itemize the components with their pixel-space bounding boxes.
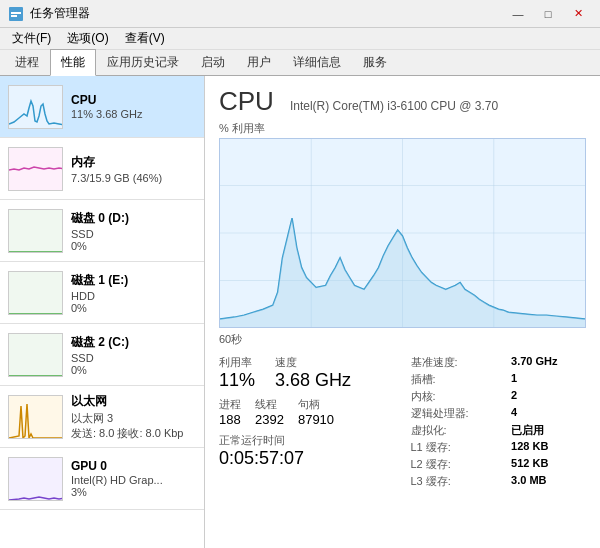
sidebar-item-disk1[interactable]: 磁盘 1 (E:) HDD 0%: [0, 262, 204, 324]
processes-block: 进程 188: [219, 397, 241, 427]
memory-mini-chart: [8, 147, 63, 191]
memory-sidebar-value: 7.3/15.9 GB (46%): [71, 172, 196, 184]
cpu-sidebar-title: CPU: [71, 93, 196, 107]
menu-file[interactable]: 文件(F): [4, 28, 59, 49]
detail-title: CPU: [219, 86, 274, 117]
sockets-label: 插槽:: [411, 372, 498, 387]
tab-startup[interactable]: 启动: [190, 49, 236, 75]
cpu-chart: [219, 138, 586, 328]
logical-label: 逻辑处理器:: [411, 406, 498, 421]
svg-rect-5: [9, 210, 63, 253]
detail-subtitle: Intel(R) Core(TM) i3-6100 CPU @ 3.70: [290, 99, 498, 113]
disk1-sidebar-value: 0%: [71, 302, 196, 314]
menu-bar: 文件(F) 选项(O) 查看(V): [0, 28, 600, 50]
utilization-block: 利用率 11%: [219, 355, 255, 391]
svg-rect-1: [11, 12, 21, 14]
right-stats-grid: 基准速度: 3.70 GHz 插槽: 1 内核: 2 逻辑处理器: 4 虚拟化:…: [411, 355, 587, 489]
tab-bar: 进程 性能 应用历史记录 启动 用户 详细信息 服务: [0, 50, 600, 76]
cores-label: 内核:: [411, 389, 498, 404]
gpu0-sidebar-subtitle: Intel(R) HD Grap...: [71, 474, 196, 486]
logical-value: 4: [511, 406, 586, 421]
tab-details[interactable]: 详细信息: [282, 49, 352, 75]
tab-services[interactable]: 服务: [352, 49, 398, 75]
l2-label: L2 缓存:: [411, 457, 498, 472]
disk1-sidebar-subtitle: HDD: [71, 290, 196, 302]
virtualization-value: 已启用: [511, 423, 586, 438]
sidebar-item-gpu0[interactable]: GPU 0 Intel(R) HD Grap... 3%: [0, 448, 204, 510]
utilization-label: 利用率: [219, 355, 255, 370]
svg-rect-8: [9, 396, 63, 439]
memory-sidebar-title: 内存: [71, 154, 196, 171]
base-speed-value: 3.70 GHz: [511, 355, 586, 370]
right-stats-panel: 基准速度: 3.70 GHz 插槽: 1 内核: 2 逻辑处理器: 4 虚拟化:…: [411, 355, 587, 489]
handles-block: 句柄 87910: [298, 397, 334, 427]
cpu-sidebar-info: CPU 11% 3.68 GHz: [71, 93, 196, 120]
disk0-mini-chart: [8, 209, 63, 253]
sidebar-item-disk2[interactable]: 磁盘 2 (C:) SSD 0%: [0, 324, 204, 386]
cores-value: 2: [511, 389, 586, 404]
uptime-value: 0:05:57:07: [219, 448, 395, 469]
sidebar-item-disk0[interactable]: 磁盘 0 (D:) SSD 0%: [0, 200, 204, 262]
svg-rect-9: [9, 458, 63, 501]
disk0-sidebar-info: 磁盘 0 (D:) SSD 0%: [71, 210, 196, 252]
disk2-sidebar-subtitle: SSD: [71, 352, 196, 364]
title-bar: 任务管理器 — □ ✕: [0, 0, 600, 28]
speed-block: 速度 3.68 GHz: [275, 355, 351, 391]
l2-value: 512 KB: [511, 457, 586, 472]
disk2-sidebar-info: 磁盘 2 (C:) SSD 0%: [71, 334, 196, 376]
virtualization-label: 虚拟化:: [411, 423, 498, 438]
utilization-value: 11%: [219, 370, 255, 391]
gpu0-sidebar-info: GPU 0 Intel(R) HD Grap... 3%: [71, 459, 196, 498]
l1-value: 128 KB: [511, 440, 586, 455]
disk2-mini-chart: [8, 333, 63, 377]
disk2-sidebar-title: 磁盘 2 (C:): [71, 334, 196, 351]
ethernet-sidebar-value: 发送: 8.0 接收: 8.0 Kbp: [71, 426, 196, 441]
disk1-mini-chart: [8, 271, 63, 315]
l3-label: L3 缓存:: [411, 474, 498, 489]
uptime-label: 正常运行时间: [219, 433, 395, 448]
menu-view[interactable]: 查看(V): [117, 28, 173, 49]
gpu0-sidebar-value: 3%: [71, 486, 196, 498]
gpu0-sidebar-title: GPU 0: [71, 459, 196, 473]
threads-label: 线程: [255, 397, 284, 412]
disk0-sidebar-subtitle: SSD: [71, 228, 196, 240]
chart-time-label: 60秒: [219, 332, 586, 347]
threads-block: 线程 2392: [255, 397, 284, 427]
tab-performance[interactable]: 性能: [50, 49, 96, 76]
sidebar-item-memory[interactable]: 内存 7.3/15.9 GB (46%): [0, 138, 204, 200]
disk0-sidebar-value: 0%: [71, 240, 196, 252]
maximize-button[interactable]: □: [534, 4, 562, 24]
disk1-sidebar-title: 磁盘 1 (E:): [71, 272, 196, 289]
tab-app-history[interactable]: 应用历史记录: [96, 49, 190, 75]
svg-rect-2: [11, 15, 17, 17]
disk1-sidebar-info: 磁盘 1 (E:) HDD 0%: [71, 272, 196, 314]
uptime-block: 正常运行时间 0:05:57:07: [219, 433, 395, 469]
menu-options[interactable]: 选项(O): [59, 28, 116, 49]
detail-panel: CPU Intel(R) Core(TM) i3-6100 CPU @ 3.70…: [205, 76, 600, 548]
svg-rect-7: [9, 334, 63, 377]
handles-value: 87910: [298, 412, 334, 427]
ethernet-sidebar-subtitle: 以太网 3: [71, 411, 196, 426]
cpu-sidebar-value: 11% 3.68 GHz: [71, 108, 196, 120]
cpu-mini-chart: [8, 85, 63, 129]
app-icon: [8, 6, 24, 22]
tab-processes[interactable]: 进程: [4, 49, 50, 75]
ethernet-mini-chart: [8, 395, 63, 439]
tab-users[interactable]: 用户: [236, 49, 282, 75]
close-button[interactable]: ✕: [564, 4, 592, 24]
disk0-sidebar-title: 磁盘 0 (D:): [71, 210, 196, 227]
threads-value: 2392: [255, 412, 284, 427]
handles-label: 句柄: [298, 397, 334, 412]
sidebar-item-ethernet[interactable]: 以太网 以太网 3 发送: 8.0 接收: 8.0 Kbp: [0, 386, 204, 448]
title-buttons: — □ ✕: [504, 4, 592, 24]
processes-label: 进程: [219, 397, 241, 412]
window-title: 任务管理器: [30, 5, 504, 22]
sidebar-item-cpu[interactable]: CPU 11% 3.68 GHz: [0, 76, 204, 138]
chart-label: % 利用率: [219, 121, 586, 136]
l3-value: 3.0 MB: [511, 474, 586, 489]
detail-header: CPU Intel(R) Core(TM) i3-6100 CPU @ 3.70: [219, 86, 586, 117]
minimize-button[interactable]: —: [504, 4, 532, 24]
disk2-sidebar-value: 0%: [71, 364, 196, 376]
base-speed-label: 基准速度:: [411, 355, 498, 370]
speed-label: 速度: [275, 355, 351, 370]
